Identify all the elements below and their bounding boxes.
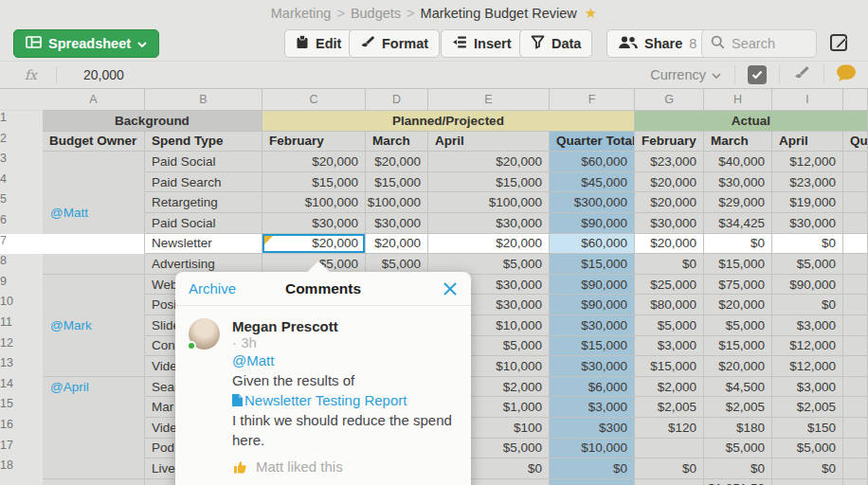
value-cell[interactable]: $75,000 [704, 275, 772, 296]
value-cell[interactable] [635, 439, 704, 459]
paint-format-button[interactable] [780, 65, 823, 84]
column-title-cell[interactable]: April [428, 132, 550, 153]
value-cell[interactable]: $3,000 [772, 377, 843, 398]
value-cell[interactable]: $12,000 [772, 336, 843, 357]
value-cell[interactable] [843, 479, 868, 485]
comments-toggle-button[interactable] [824, 63, 868, 86]
spend-type-cell[interactable]: Paid Search [145, 172, 262, 193]
value-cell[interactable] [550, 479, 635, 485]
value-cell[interactable]: $120 [635, 418, 704, 439]
owner-cell[interactable] [43, 439, 145, 459]
value-cell[interactable] [843, 254, 868, 275]
value-cell[interactable]: $80,000 [635, 295, 704, 315]
owner-cell[interactable] [43, 418, 145, 439]
value-cell[interactable]: $5,000 [635, 315, 704, 336]
value-cell[interactable]: $100,000 [262, 192, 366, 213]
column-header[interactable]: D [366, 89, 428, 111]
row-header[interactable]: 6 [0, 213, 43, 234]
merged-band-cell[interactable]: Actual [635, 111, 868, 132]
value-cell[interactable]: $20,000 [366, 152, 428, 172]
value-cell[interactable]: $29,000 [704, 192, 772, 213]
value-cell[interactable]: $15,000 [428, 172, 550, 193]
value-cell[interactable] [843, 152, 868, 172]
row-header[interactable]: 10 [0, 295, 43, 315]
value-cell[interactable]: $20,000 [635, 234, 704, 255]
value-cell[interactable]: $15,000 [550, 254, 635, 275]
edit-button[interactable]: Edit [284, 29, 353, 58]
value-cell[interactable] [843, 418, 868, 439]
value-cell[interactable]: $2,005 [635, 397, 704, 418]
row-header[interactable]: 11 [0, 315, 43, 336]
value-cell[interactable]: $20,000 [366, 234, 428, 255]
owner-cell[interactable] [43, 275, 145, 296]
document-link[interactable]: Newsletter Testing Report [232, 390, 460, 410]
owner-cell[interactable] [43, 234, 145, 255]
value-cell[interactable] [843, 172, 868, 193]
merged-band-cell[interactable]: Background [43, 111, 262, 132]
value-cell[interactable]: $30,000 [772, 213, 843, 234]
value-cell[interactable] [843, 439, 868, 459]
column-header[interactable]: I [772, 89, 843, 111]
column-header[interactable]: B [145, 89, 262, 111]
row-header[interactable]: 7 [0, 234, 43, 255]
value-cell[interactable]: $5,000 [704, 315, 772, 336]
row-header[interactable]: 1 [0, 111, 43, 132]
value-cell[interactable]: $60,000 [550, 234, 635, 255]
value-cell[interactable]: $90,000 [550, 295, 635, 315]
row-header[interactable]: 4 [0, 172, 43, 193]
column-header[interactable]: F [550, 89, 635, 111]
value-cell[interactable]: $40,000 [704, 152, 772, 172]
owner-cell[interactable] [43, 213, 145, 234]
value-cell[interactable]: $90,000 [772, 275, 843, 296]
value-cell[interactable] [843, 458, 868, 479]
value-cell[interactable]: $20,000 [635, 172, 704, 193]
column-title-cell[interactable]: Spend Type [145, 132, 262, 153]
spreadsheet-menu-button[interactable]: Spreadsheet [13, 29, 159, 58]
owner-cell[interactable] [43, 254, 145, 275]
row-header[interactable]: 16 [0, 418, 43, 439]
value-cell[interactable]: $100,000 [366, 192, 428, 213]
value-cell[interactable]: $0 [772, 458, 843, 479]
value-cell[interactable] [635, 479, 704, 485]
value-cell[interactable]: $15,000 [366, 172, 428, 193]
value-cell[interactable]: $20,000 [428, 152, 550, 172]
value-cell[interactable]: $0 [550, 458, 635, 479]
search-field[interactable] [701, 29, 817, 58]
corner-cell[interactable] [0, 89, 43, 110]
value-cell[interactable]: $300,000 [550, 192, 635, 213]
compose-button[interactable] [826, 31, 853, 58]
row-header[interactable]: 14 [0, 377, 43, 398]
value-cell[interactable]: $90,000 [550, 213, 635, 234]
value-cell[interactable]: $3,000 [550, 397, 635, 418]
merged-band-cell[interactable]: Planned/Projected [262, 111, 635, 132]
value-cell[interactable]: $20,000 [704, 356, 772, 377]
value-cell[interactable]: $30,000 [428, 213, 550, 234]
column-title-cell[interactable]: Quarter Total [550, 132, 635, 153]
data-button[interactable]: Data [519, 29, 592, 58]
value-cell[interactable]: $0 [704, 234, 772, 255]
value-cell[interactable]: $3,000 [635, 336, 704, 357]
column-header[interactable] [843, 89, 868, 111]
value-cell[interactable]: $20,000 [635, 192, 704, 213]
value-cell[interactable] [843, 275, 868, 296]
value-cell[interactable]: $12,000 [772, 356, 843, 377]
owner-cell[interactable] [43, 152, 145, 172]
value-cell[interactable]: $180 [704, 418, 772, 439]
value-cell[interactable]: $0 [635, 458, 704, 479]
value-cell[interactable]: $60,000 [550, 152, 635, 172]
value-cell[interactable]: $5,000 [772, 439, 843, 459]
value-cell[interactable] [843, 192, 868, 213]
value-cell[interactable]: $30,000 [635, 213, 704, 234]
value-cell[interactable]: $1,851.50 [704, 479, 772, 485]
column-header[interactable]: C [262, 89, 366, 111]
column-header[interactable]: G [635, 89, 704, 111]
value-cell[interactable]: $30,000 [704, 172, 772, 193]
row-header[interactable]: 3 [0, 152, 43, 172]
insert-button[interactable]: Insert [441, 29, 523, 58]
value-cell[interactable] [843, 315, 868, 336]
owner-cell[interactable] [43, 295, 145, 315]
owner-cell[interactable] [43, 397, 145, 418]
search-input[interactable] [732, 36, 807, 51]
value-cell[interactable]: $30,000 [366, 213, 428, 234]
owner-cell[interactable] [43, 356, 145, 377]
